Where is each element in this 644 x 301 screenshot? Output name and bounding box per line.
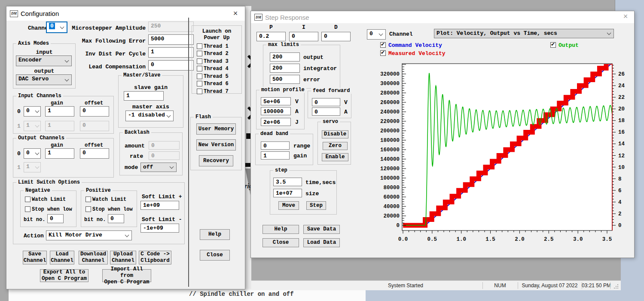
thread-4-checkbox[interactable] bbox=[197, 66, 202, 71]
soft-limit-minus-field[interactable]: -1e+09 bbox=[140, 224, 179, 233]
output-row1-channel-value: 1 bbox=[26, 163, 30, 170]
max-following-error-field[interactable]: 5000 bbox=[148, 34, 194, 45]
upload-channel-button[interactable]: Upload Channel bbox=[110, 251, 136, 264]
output-row0-offset-field[interactable]: 0 bbox=[80, 148, 109, 159]
channel-select[interactable]: 0 bbox=[367, 29, 386, 40]
negative-watch-limit-checkbox[interactable] bbox=[25, 197, 31, 202]
max-integrator-field[interactable]: 200 bbox=[270, 64, 300, 73]
inv-dist-field[interactable]: 1 bbox=[148, 47, 194, 58]
input-row0-offset-field[interactable]: 0 bbox=[80, 106, 109, 117]
save-channel-button[interactable]: Save Channel bbox=[23, 251, 47, 264]
d-field[interactable]: 0 bbox=[321, 32, 351, 41]
negative-stop-when-low-checkbox[interactable] bbox=[25, 206, 31, 212]
output-row0-channel-select[interactable]: 0 bbox=[24, 148, 41, 159]
thread-4-label: Thread 4 bbox=[204, 66, 229, 72]
input-row1-offset-field: 0 bbox=[80, 121, 109, 131]
input-offset-header: offset bbox=[85, 100, 103, 106]
input-row0-gain-field[interactable]: 1 bbox=[45, 106, 74, 117]
chevron-down-icon bbox=[35, 151, 40, 155]
thread-5-checkbox[interactable] bbox=[197, 74, 202, 79]
positive-watch-limit-checkbox[interactable] bbox=[85, 197, 91, 202]
servo-zero-button[interactable]: Zero bbox=[323, 142, 348, 150]
input-row1-channel-select: 1 bbox=[24, 121, 41, 131]
deadband-range-field[interactable]: 0 bbox=[261, 141, 290, 150]
output-row0-gain-field[interactable]: 1 bbox=[45, 148, 74, 159]
svg-text:3.0: 3.0 bbox=[573, 236, 583, 243]
motion-a-field[interactable]: 100000 bbox=[261, 107, 291, 115]
positive-stop-when-low-checkbox[interactable] bbox=[85, 206, 91, 212]
positive-bit-field[interactable]: 0 bbox=[108, 214, 124, 223]
chevron-down-icon bbox=[125, 233, 129, 237]
max-output-field[interactable]: 200 bbox=[270, 52, 300, 61]
plot-mode-select[interactable]: Plot: Velocity, Output vs Time, secs bbox=[434, 29, 614, 38]
status-date: Sunday, August 07 2022 bbox=[518, 283, 582, 289]
max-error-field[interactable]: 500 bbox=[270, 75, 300, 84]
load-channel-button[interactable]: Load Channel bbox=[50, 251, 74, 264]
motion-v-field[interactable]: 5e+06 bbox=[261, 97, 291, 105]
measured-velocity-label: Measured Velocity bbox=[388, 50, 446, 57]
download-channel-button[interactable]: Download Channel bbox=[79, 251, 108, 264]
thread-3-checkbox[interactable] bbox=[197, 58, 202, 64]
config-close-button[interactable]: Close bbox=[200, 250, 230, 261]
p-field[interactable]: 0.2 bbox=[256, 32, 286, 41]
step-size-field[interactable]: 1e+07 bbox=[273, 189, 302, 197]
load-data-button[interactable]: Load Data bbox=[303, 238, 340, 247]
step-button[interactable]: Step bbox=[306, 201, 326, 210]
thread-1-checkbox[interactable] bbox=[197, 43, 202, 49]
servo-disable-button[interactable]: Disable bbox=[322, 130, 348, 138]
resize-grip[interactable] bbox=[617, 284, 618, 285]
motion-j-field[interactable]: 2e+06 bbox=[261, 118, 291, 126]
servo-enable-button[interactable]: Enable bbox=[322, 153, 348, 161]
ff-v-field[interactable]: 0 bbox=[312, 98, 340, 106]
soft-limit-plus-field[interactable]: 1e+09 bbox=[140, 201, 179, 210]
axis-output-select[interactable]: DAC Servo bbox=[16, 74, 72, 85]
measured-velocity-checkbox[interactable] bbox=[380, 50, 386, 56]
user-memory-button[interactable]: User Memory bbox=[196, 123, 236, 135]
thread-6-checkbox[interactable] bbox=[197, 81, 202, 86]
d-label: D bbox=[321, 24, 351, 31]
config-title-bar[interactable]: DM Configuration bbox=[6, 6, 245, 21]
axis-input-select[interactable]: Encoder bbox=[16, 55, 72, 66]
svg-text:200000: 200000 bbox=[380, 128, 400, 134]
step-title-bar[interactable]: DM Step Response bbox=[251, 11, 634, 23]
svg-text:140000: 140000 bbox=[380, 157, 400, 163]
config-help-button[interactable]: Help bbox=[200, 229, 230, 240]
channel-select[interactable]: 0 bbox=[46, 22, 67, 33]
step-time-field[interactable]: 3.5 bbox=[273, 178, 302, 186]
master-axis-select[interactable]: -1 disabled bbox=[125, 111, 174, 121]
help-button[interactable]: Help bbox=[262, 225, 299, 234]
close-icon[interactable]: × bbox=[620, 12, 632, 21]
slave-gain-field[interactable]: 1 bbox=[124, 91, 164, 101]
close-button[interactable]: Close bbox=[262, 238, 299, 247]
feed-forward-title: feed forward bbox=[311, 88, 351, 94]
channel-value: 0 bbox=[49, 23, 55, 29]
ff-a-field[interactable]: 0 bbox=[312, 108, 340, 116]
c-code-clipboard-button[interactable]: C Code -> Clipboard bbox=[139, 251, 171, 264]
svg-text:12: 12 bbox=[618, 153, 625, 159]
new-version-button[interactable]: New Version bbox=[196, 139, 236, 150]
svg-text:180000: 180000 bbox=[380, 138, 400, 144]
input-row0-channel-select[interactable]: 0 bbox=[24, 106, 41, 117]
motion-v-label: V bbox=[295, 98, 299, 105]
thread-7-checkbox[interactable] bbox=[197, 89, 202, 94]
import-all-button[interactable]: Import All from Open C Program bbox=[102, 269, 151, 282]
thread-7-label: Thread 7 bbox=[204, 89, 229, 95]
action-select[interactable]: Kill Motor Drive bbox=[46, 230, 132, 240]
thread-2-checkbox[interactable] bbox=[197, 51, 202, 56]
backlash-mode-select[interactable]: off bbox=[140, 163, 177, 172]
input-row0-index: 0 bbox=[17, 108, 21, 115]
deadband-gain-field[interactable]: 1 bbox=[261, 151, 290, 160]
export-all-button[interactable]: Export All to Open C Program bbox=[40, 269, 89, 282]
save-data-button[interactable]: Save Data bbox=[303, 225, 340, 234]
move-button[interactable]: Move bbox=[278, 201, 299, 210]
servo-title: servo bbox=[321, 119, 340, 125]
lead-compensation-field[interactable]: 0 bbox=[148, 60, 194, 71]
backlash-rate-field: 0 bbox=[149, 151, 180, 160]
chevron-down-icon bbox=[379, 32, 383, 36]
output-checkbox[interactable] bbox=[550, 42, 556, 48]
i-field[interactable]: 0 bbox=[289, 32, 318, 41]
close-icon[interactable]: × bbox=[229, 9, 241, 18]
command-velocity-checkbox[interactable] bbox=[380, 42, 386, 48]
negative-bit-field[interactable]: 0 bbox=[47, 214, 64, 223]
recovery-button[interactable]: Recovery bbox=[199, 155, 233, 166]
